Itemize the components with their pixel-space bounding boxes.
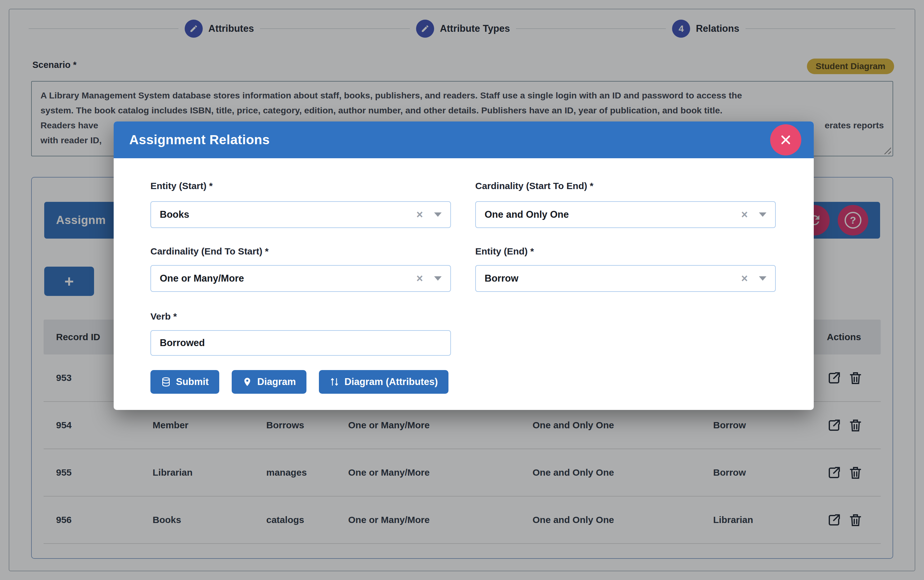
clear-icon[interactable]: × <box>741 273 748 284</box>
submit-button[interactable]: Submit <box>150 370 219 394</box>
clear-icon[interactable]: × <box>416 273 423 284</box>
cardinality-start-end-label: Cardinality (Start To End) * <box>475 181 593 191</box>
map-pin-icon <box>242 377 252 387</box>
select-controls: × <box>741 209 766 220</box>
close-icon <box>779 133 793 147</box>
modal-buttons: Submit Diagram Diagram (Attributes) <box>150 370 449 394</box>
diagram-button[interactable]: Diagram <box>232 370 306 394</box>
cardinality-start-end-value: One and Only One <box>485 209 569 220</box>
chevron-down-icon[interactable] <box>434 276 442 281</box>
verb-label: Verb * <box>150 311 177 322</box>
diagram-button-label: Diagram <box>257 376 296 387</box>
chevron-down-icon[interactable] <box>759 213 766 217</box>
chevron-down-icon[interactable] <box>434 213 442 217</box>
entity-end-value: Borrow <box>485 273 518 284</box>
verb-input[interactable] <box>150 330 451 356</box>
entity-start-label: Entity (Start) * <box>150 181 213 191</box>
entity-start-select[interactable]: Books × <box>150 201 451 228</box>
entity-start-value: Books <box>160 209 189 220</box>
diagram-attributes-button[interactable]: Diagram (Attributes) <box>319 370 449 394</box>
modal-title: Assignment Relations <box>129 132 270 147</box>
clear-icon[interactable]: × <box>741 209 748 220</box>
assignment-relations-modal: Assignment Relations Entity (Start) * Ca… <box>113 122 814 410</box>
entity-end-select[interactable]: Borrow × <box>475 265 776 292</box>
entity-end-label: Entity (End) * <box>475 246 534 257</box>
modal-header: Assignment Relations <box>113 122 814 158</box>
cardinality-end-start-value: One or Many/More <box>160 273 244 284</box>
diagram-attributes-button-label: Diagram (Attributes) <box>344 376 438 387</box>
clear-icon[interactable]: × <box>416 209 423 220</box>
select-controls: × <box>416 273 442 284</box>
close-button[interactable] <box>770 124 801 155</box>
diagram-attributes-icon <box>329 377 339 387</box>
database-icon <box>161 377 171 387</box>
submit-button-label: Submit <box>176 376 209 387</box>
cardinality-end-start-label: Cardinality (End To Start) * <box>150 246 268 257</box>
cardinality-start-end-select[interactable]: One and Only One × <box>475 201 776 228</box>
chevron-down-icon[interactable] <box>759 276 766 281</box>
select-controls: × <box>416 209 442 220</box>
select-controls: × <box>741 273 766 284</box>
cardinality-end-start-select[interactable]: One or Many/More × <box>150 265 451 292</box>
